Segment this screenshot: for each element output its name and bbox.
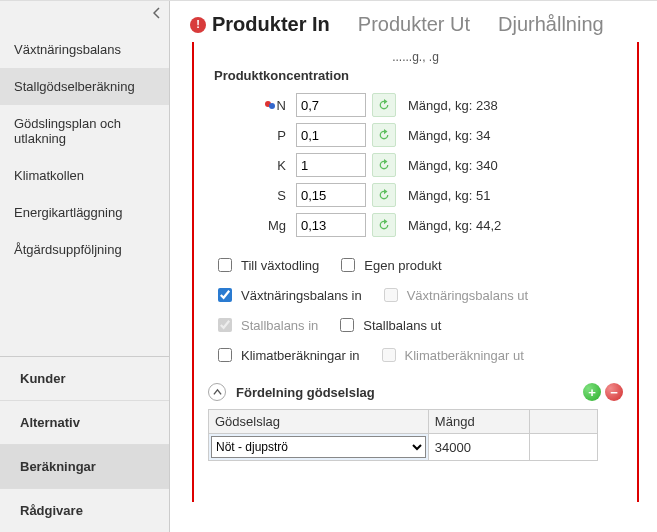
sidebar-item-godslingsplan[interactable]: Gödslingsplan och utlakning	[0, 105, 169, 157]
tab-produkter-ut[interactable]: Produkter Ut	[358, 13, 470, 36]
check-klimat-in[interactable]: Klimatberäkningar in	[214, 345, 360, 365]
nutrient-input-mg[interactable]	[296, 213, 366, 237]
nutrient-label-n: N	[230, 98, 290, 113]
sidebar-item-vaxtnaringsbalans[interactable]: Växtnäringsbalans	[0, 31, 169, 68]
check-stallbalans-in: Stallbalans in	[214, 315, 318, 335]
expander-title: Fördelning gödselslag	[236, 385, 579, 400]
error-icon: !	[190, 17, 206, 33]
nutrient-amount-mg: Mängd, kg: 44,2	[404, 218, 623, 233]
sidebar-item-energikartlaggning[interactable]: Energikartläggning	[0, 194, 169, 231]
check-stallbalans-ut[interactable]: Stallbalans ut	[336, 315, 441, 335]
sidebar-nav-top: Växtnäringsbalans Stallgödselberäkning G…	[0, 1, 169, 268]
table-header-mangd: Mängd	[428, 410, 529, 434]
reset-button-s[interactable]	[372, 183, 396, 207]
expander-header: Fördelning gödselslag + −	[208, 383, 623, 401]
sidebar-collapse-icon[interactable]	[153, 7, 161, 22]
check-vaxtnaringsbalans-in[interactable]: Växtnäringsbalans in	[214, 285, 362, 305]
section-title-produktkoncentration: Produktkoncentration	[214, 68, 623, 83]
reset-button-k[interactable]	[372, 153, 396, 177]
sidebar-item-berakningar[interactable]: Beräkningar	[0, 445, 169, 489]
main: ! Produkter In Produkter Ut Djurhållning…	[170, 1, 657, 532]
expander-toggle[interactable]	[208, 383, 226, 401]
sidebar-item-klimatkollen[interactable]: Klimatkollen	[0, 157, 169, 194]
sidebar-item-atgardsuppfoljning[interactable]: Åtgärdsuppföljning	[0, 231, 169, 268]
tab-djurhallning[interactable]: Djurhållning	[498, 13, 604, 36]
tabs: ! Produkter In Produkter Ut Djurhållning	[190, 13, 641, 36]
sidebar-item-alternativ[interactable]: Alternativ	[0, 401, 169, 445]
sidebar-item-radgivare[interactable]: Rådgivare	[0, 489, 169, 532]
tab-produkter-in[interactable]: ! Produkter In	[190, 13, 330, 36]
nutrient-amount-p: Mängd, kg: 34	[404, 128, 623, 143]
reset-button-mg[interactable]	[372, 213, 396, 237]
sidebar-item-kunder[interactable]: Kunder	[0, 357, 169, 401]
nutrient-label-mg: Mg	[230, 218, 290, 233]
sidebar-item-stallgodsel[interactable]: Stallgödselberäkning	[0, 68, 169, 105]
nutrient-label-p: P	[230, 128, 290, 143]
content-frame: ......g., .g Produktkoncentration N Mäng…	[192, 42, 639, 502]
delete-row-button[interactable]: −	[605, 383, 623, 401]
table-header-godselslag: Gödselslag	[209, 410, 429, 434]
nutrient-input-p[interactable]	[296, 123, 366, 147]
sidebar-nav-bottom: Kunder Alternativ Beräkningar Rådgivare	[0, 356, 169, 532]
add-row-button[interactable]: +	[583, 383, 601, 401]
check-till-vaxtodling[interactable]: Till växtodling	[214, 255, 319, 275]
concentration-grid: N Mängd, kg: 238 P Mängd, kg: 34 K Mängd…	[230, 93, 623, 237]
nutrient-amount-k: Mängd, kg: 340	[404, 158, 623, 173]
check-klimat-ut: Klimatberäkningar ut	[378, 345, 524, 365]
checkbox-section: Till växtodling Egen produkt Växtnärings…	[214, 255, 623, 365]
reset-button-n[interactable]	[372, 93, 396, 117]
pin-icon	[264, 100, 276, 112]
nutrient-label-s: S	[230, 188, 290, 203]
fordelning-table: Gödselslag Mängd Nöt - djupströ 34000	[208, 409, 598, 461]
nutrient-input-s[interactable]	[296, 183, 366, 207]
tab-label: Produkter In	[212, 13, 330, 36]
mangd-cell[interactable]: 34000	[428, 434, 529, 461]
svg-point-1	[269, 103, 275, 109]
app-root: Växtnäringsbalans Stallgödselberäkning G…	[0, 0, 657, 532]
godselslag-select[interactable]: Nöt - djupströ	[211, 436, 426, 458]
table-row: Nöt - djupströ 34000	[209, 434, 598, 461]
nutrient-amount-s: Mängd, kg: 51	[404, 188, 623, 203]
table-header-empty	[530, 410, 598, 434]
nutrient-input-n[interactable]	[296, 93, 366, 117]
truncated-label: ......g., .g	[208, 50, 623, 64]
check-vaxtnaringsbalans-ut: Växtnäringsbalans ut	[380, 285, 528, 305]
reset-button-p[interactable]	[372, 123, 396, 147]
nutrient-label-k: K	[230, 158, 290, 173]
empty-cell	[530, 434, 598, 461]
sidebar: Växtnäringsbalans Stallgödselberäkning G…	[0, 1, 170, 532]
check-egen-produkt[interactable]: Egen produkt	[337, 255, 441, 275]
nutrient-input-k[interactable]	[296, 153, 366, 177]
nutrient-amount-n: Mängd, kg: 238	[404, 98, 623, 113]
